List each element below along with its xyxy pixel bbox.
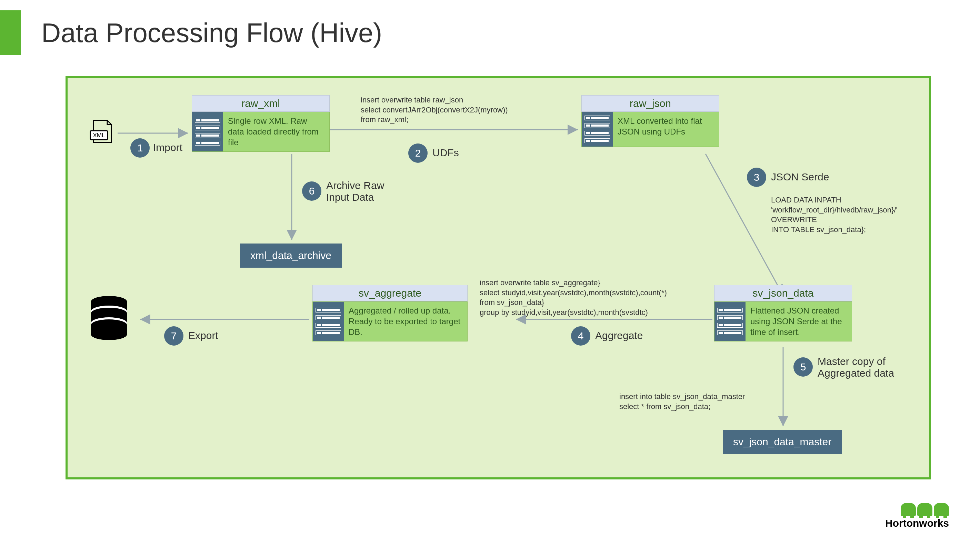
table-sv-aggregate-name: sv_aggregate xyxy=(312,285,468,301)
table-raw-xml: raw_xml Single row XML. Raw data loaded … xyxy=(192,95,330,152)
table-icon xyxy=(313,302,344,341)
table-sv-json-data-desc: Flattened JSON created using JSON Serde … xyxy=(746,302,852,341)
table-raw-xml-desc: Single row XML. Raw data loaded directly… xyxy=(223,112,329,151)
step-2-circle: 2 xyxy=(408,143,428,163)
step-5-code: insert into table sv_json_data_master se… xyxy=(619,392,745,412)
hortonworks-logo: Hortonworks xyxy=(885,503,949,529)
slide-title-bar: Data Processing Flow (Hive) xyxy=(0,10,382,55)
step-3-label: JSON Serde xyxy=(771,171,829,183)
archive-xml-data: xml_data_archive xyxy=(240,243,342,268)
table-raw-json-desc: XML converted into flat JSON using UDFs xyxy=(613,112,719,146)
logo-text: Hortonworks xyxy=(885,517,949,529)
table-icon xyxy=(192,112,223,151)
table-icon xyxy=(714,302,746,341)
step-7-label: Export xyxy=(188,330,218,342)
step-5-circle: 5 xyxy=(794,357,813,377)
table-raw-json-name: raw_json xyxy=(581,95,719,112)
step-4-circle: 4 xyxy=(571,326,590,346)
title-accent xyxy=(0,10,21,55)
table-raw-json: raw_json XML converted into flat JSON us… xyxy=(581,95,719,147)
table-raw-xml-name: raw_xml xyxy=(192,95,330,112)
step-6-label: Archive Raw Input Data xyxy=(326,180,384,203)
elephants-icon xyxy=(885,503,949,516)
table-icon xyxy=(582,112,613,146)
database-icon xyxy=(88,295,130,340)
step-2-label: UDFs xyxy=(433,147,459,159)
step-2-code: insert overwrite table raw_json select c… xyxy=(361,95,508,125)
step-4-label: Aggregate xyxy=(595,330,643,342)
step-7-circle: 7 xyxy=(164,326,183,346)
xml-label: XML xyxy=(93,132,105,138)
step-1-label: Import xyxy=(153,142,182,153)
table-sv-json-data-name: sv_json_data xyxy=(714,285,852,301)
step-3-circle: 3 xyxy=(747,168,766,187)
step-4-code: insert overwrite table sv_aggregate} sel… xyxy=(480,278,667,317)
step-5-label: Master copy of Aggregated data xyxy=(818,356,894,379)
step-3-code: LOAD DATA INPATH 'workflow_root_dir}/hiv… xyxy=(771,195,897,235)
step-6-circle: 6 xyxy=(302,181,321,201)
xml-file-icon: XML xyxy=(88,118,116,145)
archive-sv-json-master: sv_json_data_master xyxy=(723,430,842,454)
table-sv-aggregate-desc: Aggregated / rolled up data. Ready to be… xyxy=(344,302,467,341)
table-sv-aggregate: sv_aggregate Aggregated / rolled up data… xyxy=(312,285,468,342)
slide-title: Data Processing Flow (Hive) xyxy=(41,17,382,49)
table-sv-json-data: sv_json_data Flattened JSON created usin… xyxy=(714,285,852,342)
diagram-canvas: XML raw_xml Single row XML. Raw data loa… xyxy=(65,76,931,479)
step-1-circle: 1 xyxy=(130,138,150,157)
